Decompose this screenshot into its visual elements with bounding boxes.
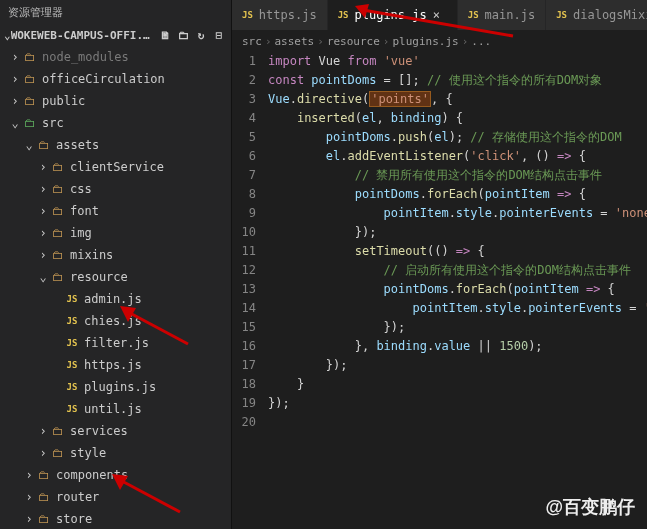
folder-icon: 🗀 xyxy=(22,72,38,86)
folder-icon: 🗀 xyxy=(50,424,66,438)
js-icon: JS xyxy=(556,10,567,20)
editor-tab[interactable]: JSmain.js xyxy=(458,0,546,30)
tree-item[interactable]: JShttps.js xyxy=(0,354,231,376)
explorer-sidebar: 资源管理器 ⌄ WOKEWEB-CAMPUS-OFFI... 🗎 🗀 ↻ ⊟ ›… xyxy=(0,0,232,529)
chevron-right-icon: › xyxy=(8,72,22,86)
folder-icon: 🗀 xyxy=(50,204,66,218)
folder-icon: 🗀 xyxy=(36,468,52,482)
watermark: @百变鹏仔 xyxy=(545,495,635,519)
editor-tabs: JShttps.jsJSplugins.js×JSmain.jsJSdialog… xyxy=(232,0,647,30)
js-icon: JS xyxy=(64,382,80,392)
tree-item-label: plugins.js xyxy=(84,380,156,394)
new-file-icon[interactable]: 🗎 xyxy=(157,27,173,43)
editor-area: JShttps.jsJSplugins.js×JSmain.jsJSdialog… xyxy=(232,0,647,529)
tree-item-label: store xyxy=(56,512,92,526)
tree-item[interactable]: ⌄🗀assets xyxy=(0,134,231,156)
js-icon: JS xyxy=(338,10,349,20)
tree-item-label: src xyxy=(42,116,64,130)
folder-icon: 🗀 xyxy=(36,490,52,504)
tree-item[interactable]: JSadmin.js xyxy=(0,288,231,310)
folder-icon: 🗀 xyxy=(50,160,66,174)
tree-item[interactable]: ›🗀router xyxy=(0,486,231,508)
tree-item[interactable]: ›🗀css xyxy=(0,178,231,200)
chevron-right-icon: › xyxy=(36,160,50,174)
close-icon[interactable]: × xyxy=(433,8,447,22)
chevron-right-icon: › xyxy=(22,512,36,526)
breadcrumb-segment[interactable]: resource xyxy=(327,35,380,48)
refresh-icon[interactable]: ↻ xyxy=(193,27,209,43)
tree-item[interactable]: JSuntil.js xyxy=(0,398,231,420)
tree-item[interactable]: ›🗀img xyxy=(0,222,231,244)
collapse-icon[interactable]: ⊟ xyxy=(211,27,227,43)
js-icon: JS xyxy=(242,10,253,20)
tree-item-label: mixins xyxy=(70,248,113,262)
breadcrumb-segment[interactable]: plugins.js xyxy=(392,35,458,48)
tree-item[interactable]: ›🗀public xyxy=(0,90,231,112)
tree-item[interactable]: ›🗀mixins xyxy=(0,244,231,266)
js-icon: JS xyxy=(64,404,80,414)
chevron-right-icon: › xyxy=(8,94,22,108)
chevron-right-icon: › xyxy=(36,424,50,438)
breadcrumb-segment[interactable]: src xyxy=(242,35,262,48)
project-name: WOKEWEB-CAMPUS-OFFI... xyxy=(11,29,155,42)
code-editor[interactable]: 1234567891011121314151617181920 import V… xyxy=(232,52,647,529)
tree-item-label: filter.js xyxy=(84,336,149,350)
chevron-right-icon: › xyxy=(36,204,50,218)
chevron-right-icon: › xyxy=(22,468,36,482)
tree-item[interactable]: ⌄🗀resource xyxy=(0,266,231,288)
editor-tab[interactable]: JSdialogsMixins.js xyxy=(546,0,647,30)
chevron-down-icon: ⌄ xyxy=(22,138,36,152)
chevron-right-icon: › xyxy=(36,446,50,460)
folder-icon: 🗀 xyxy=(22,116,38,130)
js-icon: JS xyxy=(64,338,80,348)
tree-item[interactable]: ›🗀font xyxy=(0,200,231,222)
editor-tab[interactable]: JSplugins.js× xyxy=(328,0,458,30)
explorer-title: 资源管理器 xyxy=(0,0,231,24)
tree-item-label: img xyxy=(70,226,92,240)
breadcrumb-segment[interactable]: assets xyxy=(275,35,315,48)
line-gutter: 1234567891011121314151617181920 xyxy=(232,52,268,529)
chevron-right-icon: › xyxy=(8,50,22,64)
tree-item[interactable]: ›🗀officeCirculation xyxy=(0,68,231,90)
tree-item[interactable]: ⌄🗀src xyxy=(0,112,231,134)
chevron-right-icon: › xyxy=(36,182,50,196)
chevron-right-icon: › xyxy=(36,248,50,262)
folder-icon: 🗀 xyxy=(50,248,66,262)
tree-item-label: until.js xyxy=(84,402,142,416)
chevron-down-icon: ⌄ xyxy=(8,116,22,130)
tree-item-label: resource xyxy=(70,270,128,284)
tree-item[interactable]: JSchies.js xyxy=(0,310,231,332)
tree-item-label: admin.js xyxy=(84,292,142,306)
tree-item-label: public xyxy=(42,94,85,108)
tree-item-label: clientService xyxy=(70,160,164,174)
breadcrumb-segment[interactable]: ... xyxy=(471,35,491,48)
tab-label: dialogsMixins.js xyxy=(573,8,647,22)
folder-icon: 🗀 xyxy=(36,138,52,152)
tab-label: https.js xyxy=(259,8,317,22)
js-icon: JS xyxy=(64,360,80,370)
editor-tab[interactable]: JShttps.js xyxy=(232,0,328,30)
file-tree: ›🗀node_modules›🗀officeCirculation›🗀publi… xyxy=(0,46,231,529)
tree-item[interactable]: ›🗀services xyxy=(0,420,231,442)
tab-label: main.js xyxy=(485,8,536,22)
code-lines[interactable]: import Vue from 'vue'const pointDoms = [… xyxy=(268,52,647,529)
tree-item[interactable]: ›🗀clientService xyxy=(0,156,231,178)
breadcrumbs[interactable]: src›assets›resource›plugins.js›... xyxy=(232,30,647,52)
tree-item-label: assets xyxy=(56,138,99,152)
project-header[interactable]: ⌄ WOKEWEB-CAMPUS-OFFI... 🗎 🗀 ↻ ⊟ xyxy=(0,24,231,46)
tree-item-label: css xyxy=(70,182,92,196)
tree-item-label: services xyxy=(70,424,128,438)
tree-item-label: chies.js xyxy=(84,314,142,328)
tree-item-label: router xyxy=(56,490,99,504)
folder-icon: 🗀 xyxy=(50,270,66,284)
tree-item[interactable]: ›🗀style xyxy=(0,442,231,464)
tree-item-label: node_modules xyxy=(42,50,129,64)
tree-item[interactable]: ›🗀components xyxy=(0,464,231,486)
new-folder-icon[interactable]: 🗀 xyxy=(175,27,191,43)
tree-item-label: style xyxy=(70,446,106,460)
tree-item[interactable]: ›🗀node_modules xyxy=(0,46,231,68)
chevron-right-icon: › xyxy=(36,226,50,240)
tree-item[interactable]: ›🗀store xyxy=(0,508,231,529)
tree-item[interactable]: JSplugins.js xyxy=(0,376,231,398)
tree-item[interactable]: JSfilter.js xyxy=(0,332,231,354)
